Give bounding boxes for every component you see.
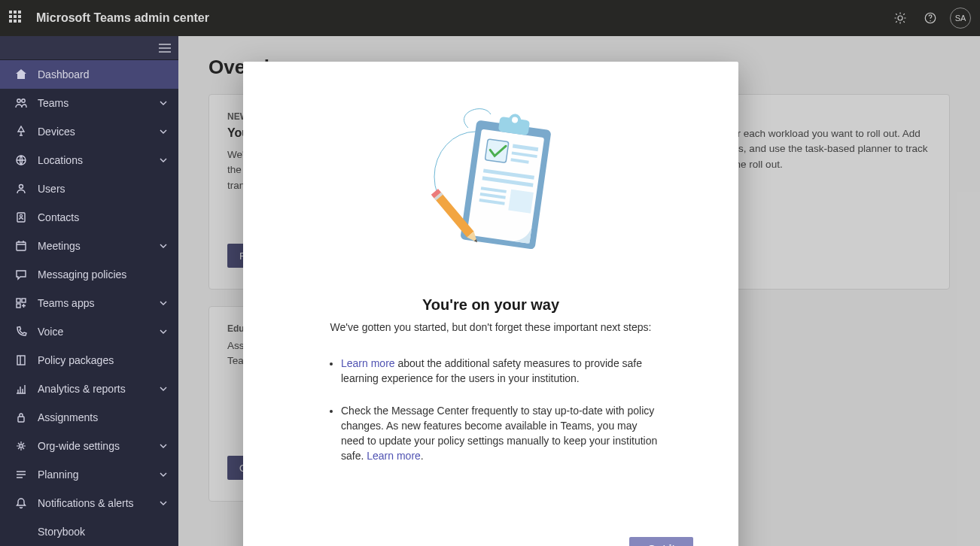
sidebar-item-label: Voice [38,326,157,338]
sidebar-collapse-row [0,36,178,60]
chevron-down-icon [157,156,169,164]
chevron-down-icon [157,242,169,250]
chevron-down-icon [157,385,169,393]
chevron-down-icon [157,471,169,478]
sidebar-item-meetings[interactable]: Meetings [0,232,178,260]
sidebar-item-users[interactable]: Users [0,174,178,203]
device-icon [14,126,29,138]
settings-button[interactable] [885,0,915,36]
sidebar-item-label: Contacts [38,211,169,223]
chevron-down-icon [157,499,169,507]
learn-more-safety-link[interactable]: Learn more [341,357,395,369]
chevron-down-icon [157,328,169,335]
modal-bullet-1: Learn more about the additional safety m… [341,356,663,387]
sidebar-item-dashboard[interactable]: Dashboard [0,60,178,89]
chat-icon [14,268,29,281]
sidebar-item-assignments[interactable]: Assignments [0,403,178,432]
home-icon [14,68,29,80]
sidebar-item-policy-packages[interactable]: Policy packages [0,346,178,375]
sidebar-item-label: Notifications & alerts [38,497,157,509]
sidebar-item-devices[interactable]: Devices [0,117,178,146]
sidebar-item-teams[interactable]: Teams [0,89,178,117]
chevron-down-icon [157,128,169,135]
person-icon [14,183,29,195]
modal-title: You're on your way [288,296,693,314]
sidebar-item-planning[interactable]: Planning [0,460,178,489]
got-it-button[interactable]: Got it [629,537,693,546]
sidebar-item-label: Teams apps [38,297,157,309]
nav-list: DashboardTeamsDevicesLocationsUsersConta… [0,60,178,546]
sidebar-item-label: Teams [38,97,157,109]
sidebar-item-label: Locations [38,154,157,166]
chevron-down-icon [157,99,169,107]
sidebar-item-label: Analytics & reports [38,383,157,395]
onboarding-modal: You're on your way We've gotten you star… [243,62,738,546]
lock-icon [14,411,29,423]
people-icon [14,97,29,109]
product-title: Microsoft Teams admin center [36,11,209,25]
org-icon [14,440,29,452]
phone-icon [14,326,29,338]
sidebar-item-notifications-alerts[interactable]: Notifications & alerts [0,489,178,517]
user-avatar[interactable]: SA [950,8,971,29]
sidebar-item-label: Planning [38,469,157,481]
app-launcher-icon[interactable] [9,11,24,26]
analytics-icon [14,383,29,395]
sidebar-item-analytics-reports[interactable]: Analytics & reports [0,375,178,403]
app-header: Microsoft Teams admin center SA [0,0,980,36]
svg-rect-18 [485,139,509,163]
globe-icon [14,154,29,166]
sidebar-item-org-wide-settings[interactable]: Org-wide settings [0,432,178,460]
help-icon [924,11,937,25]
sidebar-item-label: Assignments [38,411,169,423]
chevron-down-icon [157,442,169,450]
contacts-icon [14,211,29,223]
help-button[interactable] [915,0,945,36]
modal-subtitle: We've gotten you started, but don't forg… [288,321,693,333]
sidebar-item-label: Org-wide settings [38,440,157,452]
clipboard-illustration [288,98,693,271]
svg-rect-27 [508,190,534,214]
sidebar: DashboardTeamsDevicesLocationsUsersConta… [0,36,178,546]
package-icon [14,354,29,366]
sidebar-item-label: Storybook [38,526,169,538]
planning-icon [14,469,29,481]
sidebar-item-storybook[interactable]: Storybook [0,517,178,546]
sidebar-item-label: Devices [38,126,157,138]
calendar-icon [14,240,29,252]
sidebar-item-label: Messaging policies [38,268,169,281]
sidebar-item-contacts[interactable]: Contacts [0,203,178,232]
hamburger-icon[interactable] [159,44,171,53]
apps-icon [14,297,29,309]
sidebar-item-label: Users [38,183,169,195]
chevron-down-icon [157,299,169,307]
learn-more-message-center-link[interactable]: Learn more [367,450,421,462]
sidebar-item-messaging-policies[interactable]: Messaging policies [0,260,178,289]
sidebar-item-label: Meetings [38,240,157,252]
modal-bullet-2: Check the Message Center frequently to s… [341,403,663,464]
sidebar-item-label: Policy packages [38,354,169,366]
sidebar-item-label: Dashboard [38,68,169,80]
gear-icon [893,11,907,25]
sidebar-item-teams-apps[interactable]: Teams apps [0,289,178,317]
sidebar-item-locations[interactable]: Locations [0,146,178,174]
bell-icon [14,497,29,509]
sidebar-item-voice[interactable]: Voice [0,317,178,346]
